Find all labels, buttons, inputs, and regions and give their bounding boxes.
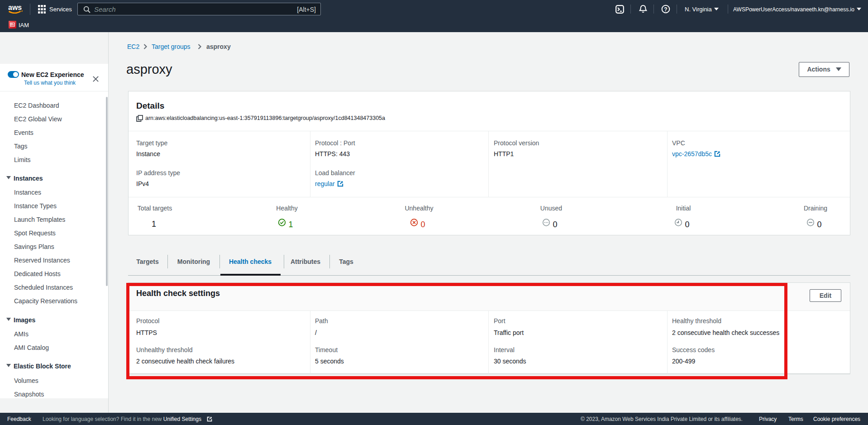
svg-text:aws: aws (8, 4, 22, 11)
svg-text:?: ? (664, 6, 667, 13)
